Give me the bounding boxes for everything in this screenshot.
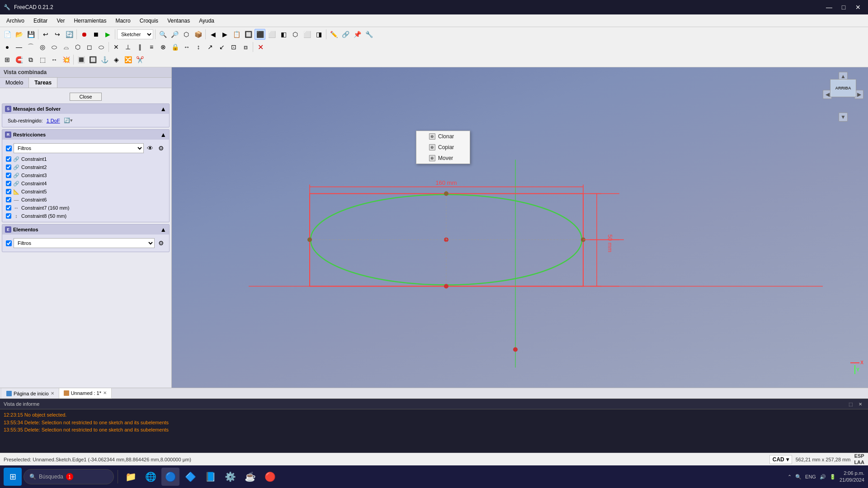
tool-btn-3[interactable]: ⬡ xyxy=(181,29,192,40)
grid-btn[interactable]: ⊞ xyxy=(2,54,13,65)
menu-macro[interactable]: Macro xyxy=(111,16,135,26)
solver-collapse[interactable]: ▲ xyxy=(160,105,166,113)
snap-btn[interactable]: 🧲 xyxy=(14,54,24,65)
tab-tareas[interactable]: Tareas xyxy=(29,78,57,88)
restricciones-collapse[interactable]: ▲ xyxy=(160,131,166,138)
geo-tool-3[interactable]: ⌒ xyxy=(25,42,36,52)
view-left[interactable]: ◨ xyxy=(313,29,324,40)
menu-archivo[interactable]: Archivo xyxy=(2,16,29,26)
tool-btn-8[interactable]: 🔲 xyxy=(243,29,254,40)
constraint2-checkbox[interactable] xyxy=(6,164,11,170)
report-float-btn[interactable]: ⬚ xyxy=(846,400,854,408)
sym-btn[interactable]: ↔ xyxy=(49,54,60,65)
solver-dof-link[interactable]: 1 DoF xyxy=(47,118,60,123)
sketch-tool-3[interactable]: 📌 xyxy=(352,29,363,40)
close-panel-button[interactable]: Close xyxy=(70,93,101,101)
con-tool-2[interactable]: ⊥ xyxy=(123,42,133,52)
tab-modelo[interactable]: Modelo xyxy=(0,78,29,88)
con-tool-12[interactable]: ⧈ xyxy=(240,42,251,52)
constraint6-checkbox[interactable] xyxy=(6,197,11,202)
filtros-settings-btn[interactable]: ⚙ xyxy=(156,144,165,153)
view-back[interactable]: ⬜ xyxy=(302,29,312,40)
tool-btn-2[interactable]: 🔎 xyxy=(169,29,180,40)
context-menu-mover[interactable]: ⊕ Mover xyxy=(416,153,470,164)
menu-editar[interactable]: Editar xyxy=(29,16,52,26)
expl-btn[interactable]: 💥 xyxy=(61,54,71,65)
cube-top-face[interactable]: ARRIBA xyxy=(830,79,856,97)
con-tool-11[interactable]: ⊡ xyxy=(228,42,239,52)
taskbar-lang-icon[interactable]: ENG xyxy=(805,474,816,479)
tab-homepage[interactable]: Página de inicio ✕ xyxy=(2,388,59,399)
sketch-tool-4[interactable]: 🔧 xyxy=(363,29,374,40)
con-tool-4[interactable]: ≡ xyxy=(146,42,157,52)
stop-button[interactable]: ⏹ xyxy=(90,29,101,40)
con-tool-10[interactable]: ↙ xyxy=(217,42,227,52)
con-tool-8[interactable]: ↕ xyxy=(193,42,204,52)
elementos-select[interactable]: Filtros xyxy=(14,238,155,248)
con-tool-1[interactable]: ✕ xyxy=(111,42,122,52)
con-tool-3[interactable]: ∥ xyxy=(134,42,145,52)
view-right[interactable]: ◧ xyxy=(278,29,289,40)
context-menu-copiar[interactable]: ⊕ Copiar xyxy=(416,142,470,153)
elementos-collapse[interactable]: ▲ xyxy=(160,226,166,233)
con-tool-7[interactable]: ↔ xyxy=(181,42,192,52)
taskbar-chevron[interactable]: ⌃ xyxy=(788,474,792,480)
geo-tool-2[interactable]: — xyxy=(14,42,24,52)
tab-homepage-close[interactable]: ✕ xyxy=(51,391,54,396)
taskbar-app-files[interactable]: 📁 xyxy=(122,468,140,486)
geo-tool-4[interactable]: ◎ xyxy=(37,42,48,52)
constraint8-checkbox[interactable] xyxy=(6,213,11,219)
report-close-btn[interactable]: ✕ xyxy=(856,400,864,408)
constraint7-checkbox[interactable] xyxy=(6,205,11,211)
view-top[interactable]: ⬛ xyxy=(255,29,265,40)
con-tool-5[interactable]: ⊗ xyxy=(158,42,169,52)
solver-header[interactable]: S Mensajes del Solver ▲ xyxy=(2,104,169,114)
geo-tool-8[interactable]: ◻ xyxy=(84,42,95,52)
ext-btn-6[interactable]: ✂️ xyxy=(134,54,145,65)
ext-btn-5[interactable]: 🔀 xyxy=(123,54,133,65)
ext-btn-1[interactable]: 🔳 xyxy=(75,54,86,65)
filtros-eye-btn[interactable]: 👁 xyxy=(146,144,155,153)
geo-tool-5[interactable]: ⬭ xyxy=(49,42,60,52)
solver-refresh-icon[interactable]: 🔄▾ xyxy=(64,117,73,123)
tool-btn-5[interactable]: ◀ xyxy=(208,29,218,40)
taskbar-search[interactable]: 🔍 Búsqueda 1 xyxy=(24,469,114,484)
taskbar-app-java[interactable]: ☕ xyxy=(241,468,259,486)
elementos-header[interactable]: E Elementos ▲ xyxy=(2,225,169,235)
cad-button[interactable]: CAD ▾ xyxy=(769,455,792,464)
taskbar-app-settings[interactable]: ⚙️ xyxy=(221,468,239,486)
geo-tool-9[interactable]: ⬭ xyxy=(96,42,107,52)
constraint5-checkbox[interactable] xyxy=(6,189,11,194)
taskbar-app-word[interactable]: 📘 xyxy=(201,468,219,486)
maximize-button[interactable]: □ xyxy=(837,3,850,12)
con-tool-6[interactable]: 🔒 xyxy=(170,42,180,52)
taskbar-start-button[interactable]: ⊞ xyxy=(4,468,22,486)
redo-button[interactable]: ↪ xyxy=(52,29,63,40)
menu-croquis[interactable]: Croquis xyxy=(135,16,163,26)
tool-btn-4[interactable]: 📦 xyxy=(193,29,203,40)
con-tool-9[interactable]: ↗ xyxy=(205,42,216,52)
sketch-tool-2[interactable]: 🔗 xyxy=(340,29,351,40)
menu-ventanas[interactable]: Ventanas xyxy=(163,16,194,26)
arr-btn[interactable]: ⬚ xyxy=(37,54,48,65)
tab-unnamed[interactable]: Unnamed : 1* ✕ xyxy=(59,388,112,399)
menu-ayuda[interactable]: Ayuda xyxy=(194,16,219,26)
workbench-dropdown[interactable]: Sketcher xyxy=(117,29,153,39)
tab-unnamed-close[interactable]: ✕ xyxy=(103,390,107,395)
new-button[interactable]: 📄 xyxy=(2,29,13,40)
filtros-select[interactable]: Filtros xyxy=(14,143,144,153)
geo-tool-6[interactable]: ⌓ xyxy=(61,42,71,52)
ext-btn-4[interactable]: ◈ xyxy=(111,54,122,65)
nav-down[interactable]: ▼ xyxy=(839,113,848,122)
constraint1-checkbox[interactable] xyxy=(6,156,11,162)
elementos-settings-btn[interactable]: ⚙ xyxy=(156,239,165,248)
menu-ver[interactable]: Ver xyxy=(52,16,69,26)
taskbar-search-icon[interactable]: 🔍 xyxy=(795,474,802,480)
canvas-area[interactable]: 160 mm 50 mm xyxy=(172,67,868,388)
taskbar-app-vscode[interactable]: 🔷 xyxy=(181,468,199,486)
filtros-checkbox[interactable] xyxy=(6,145,12,151)
save-button[interactable]: 💾 xyxy=(25,29,36,40)
sketch-tool-1[interactable]: ✏️ xyxy=(328,29,339,40)
play-button[interactable]: ▶ xyxy=(102,29,113,40)
stop-red-button[interactable]: ⏺ xyxy=(79,29,90,40)
